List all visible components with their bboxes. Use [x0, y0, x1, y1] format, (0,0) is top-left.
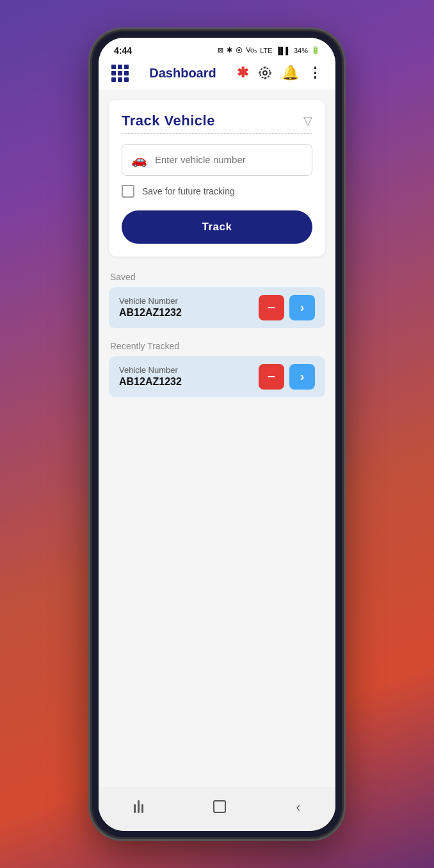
- svg-point-0: [263, 71, 267, 75]
- main-content: Track Vehicle ▽ 🚗 Save for future tracki…: [99, 90, 335, 787]
- recent-vehicle-label: Vehicle Number: [119, 365, 182, 375]
- recent-vehicle-info: Vehicle Number AB12AZ1232: [119, 365, 182, 388]
- more-options-icon[interactable]: ⋮: [308, 66, 323, 80]
- save-tracking-label: Save for future tracking: [142, 186, 235, 196]
- recent-apps-icon: [134, 800, 143, 813]
- saved-vehicle-info: Vehicle Number AB12AZ1232: [119, 296, 182, 319]
- svg-point-1: [260, 68, 270, 78]
- home-button[interactable]: [200, 796, 239, 817]
- top-nav: Dashboard ✱ 🔔 ⋮: [99, 59, 335, 90]
- status-icons: ⊠ ✱ ⦿ Vo₅ LTE ▐▌▌ 34% 🔋: [218, 46, 320, 54]
- nav-right-icons: ✱ 🔔 ⋮: [237, 65, 323, 81]
- saved-item-actions: − ›: [259, 295, 315, 320]
- signal-bars: ▐▌▌: [276, 47, 291, 54]
- saved-vehicle-item: Vehicle Number AB12AZ1232 − ›: [109, 287, 325, 328]
- card-header: Track Vehicle ▽: [122, 113, 312, 129]
- lte-icon: LTE: [260, 47, 272, 54]
- save-tracking-checkbox[interactable]: [122, 185, 134, 198]
- recently-tracked-section: Recently Tracked Vehicle Number AB12AZ12…: [109, 341, 325, 397]
- bottom-nav: ‹: [99, 787, 335, 831]
- vehicle-input-group[interactable]: 🚗: [122, 144, 312, 176]
- back-button[interactable]: ‹: [284, 796, 314, 818]
- save-tracking-row: Save for future tracking: [122, 185, 312, 198]
- recently-tracked-label: Recently Tracked: [109, 341, 325, 351]
- phone-screen: 4:44 ⊠ ✱ ⦿ Vo₅ LTE ▐▌▌ 34% 🔋 Dashboard ✱: [99, 38, 335, 831]
- car-icon: 🚗: [131, 152, 147, 168]
- back-icon: ‹: [296, 800, 301, 814]
- phone-shell: 4:44 ⊠ ✱ ⦿ Vo₅ LTE ▐▌▌ 34% 🔋 Dashboard ✱: [92, 31, 342, 837]
- vehicle-number-input[interactable]: [155, 154, 303, 165]
- recent-vehicle-item: Vehicle Number AB12AZ1232 − ›: [109, 356, 325, 397]
- track-button[interactable]: Track: [122, 210, 312, 244]
- asterisk-icon[interactable]: ✱: [237, 66, 248, 80]
- saved-vehicle-number: AB12AZ1232: [119, 307, 182, 319]
- recent-vehicle-number: AB12AZ1232: [119, 376, 182, 388]
- status-time: 4:44: [114, 45, 132, 56]
- battery: 34%: [294, 47, 308, 54]
- location-target-icon[interactable]: [257, 65, 273, 81]
- saved-label: Saved: [109, 272, 325, 282]
- saved-go-button[interactable]: ›: [289, 295, 315, 320]
- card-divider: [122, 133, 312, 134]
- track-vehicle-card: Track Vehicle ▽ 🚗 Save for future tracki…: [109, 100, 325, 256]
- saved-section: Saved Vehicle Number AB12AZ1232 − ›: [109, 272, 325, 328]
- apps-icon[interactable]: [111, 65, 129, 82]
- notification-bell-icon[interactable]: 🔔: [282, 65, 299, 81]
- home-icon: [213, 800, 226, 813]
- status-bar: 4:44 ⊠ ✱ ⦿ Vo₅ LTE ▐▌▌ 34% 🔋: [99, 38, 335, 59]
- wifi-icon: ⦿: [236, 47, 243, 54]
- recent-apps-button[interactable]: [121, 796, 156, 817]
- recent-item-actions: − ›: [259, 364, 315, 390]
- dashboard-title: Dashboard: [149, 66, 216, 81]
- track-vehicle-title: Track Vehicle: [122, 113, 215, 129]
- saved-vehicle-label: Vehicle Number: [119, 296, 182, 306]
- recent-remove-button[interactable]: −: [259, 364, 284, 390]
- recent-go-button[interactable]: ›: [289, 364, 315, 390]
- bluetooth-icon: ✱: [227, 46, 232, 54]
- sim-icon: ⊠: [218, 46, 223, 54]
- chevron-down-icon[interactable]: ▽: [303, 114, 312, 128]
- saved-remove-button[interactable]: −: [259, 295, 284, 320]
- signal-icon: Vo₅: [246, 46, 257, 54]
- charging-icon: 🔋: [311, 46, 320, 54]
